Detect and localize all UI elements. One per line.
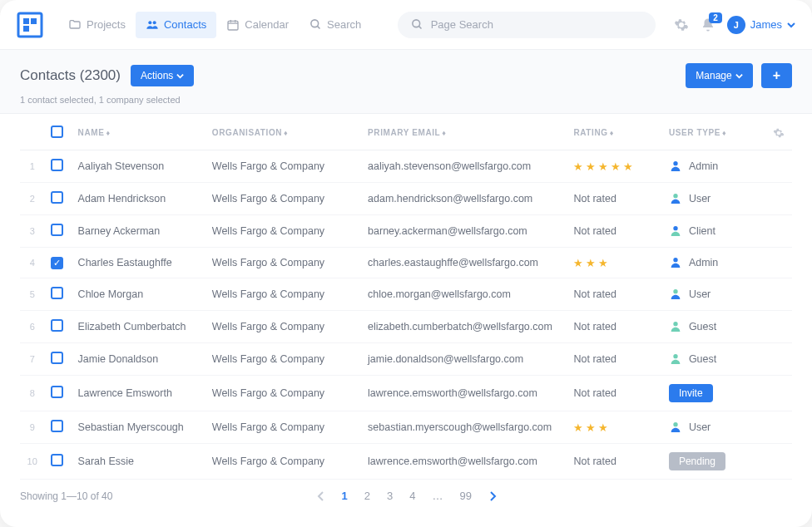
- cell-name: Elizabeth Cumberbatch: [72, 311, 205, 343]
- row-checkbox[interactable]: [51, 386, 63, 398]
- page-ellipsis: …: [432, 490, 443, 502]
- search-placeholder: Page Search: [431, 18, 493, 31]
- page-4[interactable]: 4: [409, 490, 415, 502]
- person-icon: [669, 352, 682, 366]
- row-checkbox[interactable]: [51, 159, 63, 171]
- cell-name: Adam Hendrickson: [72, 183, 205, 215]
- sort-icon: ♦: [442, 129, 446, 137]
- pagination: 1234…99: [317, 490, 497, 502]
- table-row[interactable]: 3Barney AckermanWells Fargo & Companybar…: [20, 215, 792, 248]
- svg-point-10: [310, 20, 318, 27]
- cell-email: lawrence.emsworth@wellsfargo.com: [361, 376, 567, 411]
- notification-badge: 2: [709, 12, 722, 23]
- manage-button[interactable]: Manage: [686, 63, 752, 88]
- cell-name: Sebastian Myerscough: [72, 411, 205, 444]
- app-logo: [17, 12, 43, 38]
- svg-rect-1: [23, 18, 29, 24]
- table-row[interactable]: 10Sarah EssieWells Fargo & Companylawren…: [20, 444, 792, 480]
- row-number: 4: [20, 248, 44, 278]
- table-row[interactable]: 8Lawrence EmsworthWells Fargo & Companyl…: [20, 376, 792, 411]
- table-row[interactable]: 7Jamie DonaldsonWells Fargo & Companyjam…: [20, 343, 792, 376]
- svg-point-18: [673, 289, 677, 293]
- usertype-cell: Guest: [669, 352, 760, 366]
- nav-search[interactable]: Search: [299, 12, 371, 38]
- table-row[interactable]: 5Chloe MorganWells Fargo & Companychloe.…: [20, 278, 792, 311]
- sort-icon: ♦: [610, 129, 614, 137]
- rating-not-rated: Not rated: [573, 225, 616, 237]
- settings-button[interactable]: [674, 17, 689, 32]
- rating-not-rated: Not rated: [573, 387, 616, 399]
- row-number: 1: [20, 150, 44, 183]
- column-header-email[interactable]: PRIMARY EMAIL♦: [361, 114, 567, 150]
- select-all-checkbox[interactable]: [51, 126, 63, 138]
- cell-organisation: Wells Fargo & Company: [205, 411, 361, 444]
- svg-point-14: [673, 161, 677, 165]
- table-row[interactable]: 4Charles EastaughffeWells Fargo & Compan…: [20, 248, 792, 278]
- person-icon: [669, 192, 682, 205]
- add-button[interactable]: +: [761, 63, 792, 88]
- page-search-input[interactable]: Page Search: [398, 12, 656, 38]
- nav-contacts[interactable]: Contacts: [136, 12, 216, 38]
- user-menu[interactable]: J James: [727, 16, 795, 34]
- rating-not-rated: Not rated: [573, 353, 616, 365]
- avatar: J: [727, 16, 745, 34]
- table-row[interactable]: 2Adam HendricksonWells Fargo & Companyad…: [20, 183, 792, 215]
- nav-calendar[interactable]: Calendar: [216, 12, 299, 38]
- column-header-organisation[interactable]: ORGANISATION♦: [205, 114, 361, 150]
- svg-point-17: [673, 258, 677, 262]
- row-number: 3: [20, 215, 44, 248]
- row-checkbox[interactable]: [51, 454, 63, 466]
- column-header-usertype[interactable]: USER TYPE♦: [662, 114, 766, 150]
- page-99[interactable]: 99: [459, 490, 471, 502]
- page-3[interactable]: 3: [387, 490, 393, 502]
- page-next[interactable]: [488, 491, 497, 501]
- actions-button[interactable]: Actions: [131, 65, 194, 86]
- person-icon: [669, 288, 682, 301]
- page-2[interactable]: 2: [364, 490, 370, 502]
- row-checkbox[interactable]: [51, 257, 63, 269]
- cell-organisation: Wells Fargo & Company: [205, 183, 361, 215]
- chevron-down-icon: [735, 72, 743, 80]
- svg-point-4: [148, 21, 151, 24]
- nav-projects[interactable]: Projects: [58, 12, 136, 38]
- table-row[interactable]: 6Elizabeth CumberbatchWells Fargo & Comp…: [20, 311, 792, 343]
- cell-name: Sarah Essie: [72, 444, 205, 480]
- page-prev[interactable]: [317, 491, 325, 501]
- usertype-cell: User: [669, 421, 760, 434]
- rating-not-rated: Not rated: [573, 288, 616, 300]
- svg-point-5: [153, 21, 156, 24]
- rating-not-rated: Not rated: [573, 193, 616, 204]
- table-row[interactable]: 9Sebastian MyerscoughWells Fargo & Compa…: [20, 411, 792, 444]
- table-row[interactable]: 1Aaliyah StevensonWells Fargo & Companya…: [20, 150, 792, 183]
- calendar-icon: [226, 18, 240, 32]
- sort-icon: ♦: [284, 129, 288, 137]
- svg-point-19: [673, 322, 677, 326]
- row-checkbox[interactable]: [51, 352, 63, 364]
- page-1[interactable]: 1: [342, 490, 348, 502]
- svg-rect-2: [31, 18, 37, 24]
- column-header-rating[interactable]: RATING♦: [567, 114, 661, 150]
- column-header-name[interactable]: NAME♦: [72, 114, 205, 150]
- svg-line-13: [419, 26, 422, 28]
- row-checkbox[interactable]: [51, 287, 63, 299]
- row-number: 2: [20, 183, 44, 215]
- row-checkbox[interactable]: [51, 319, 63, 332]
- cell-email: aaliyah.stevenson@wellsfargo.com: [361, 150, 567, 183]
- person-icon: [669, 224, 682, 238]
- cell-organisation: Wells Fargo & Company: [205, 248, 361, 278]
- cell-email: barney.ackerman@wellsfargo.com: [361, 215, 567, 248]
- table-settings-button[interactable]: [773, 127, 785, 139]
- invite-button[interactable]: Invite: [669, 384, 713, 402]
- row-number: 7: [20, 343, 44, 376]
- row-checkbox[interactable]: [51, 191, 63, 204]
- row-checkbox[interactable]: [51, 420, 63, 432]
- row-number: 10: [20, 444, 44, 480]
- row-number: 8: [20, 376, 44, 411]
- rating-stars: ★★★: [573, 421, 611, 434]
- cell-email: adam.hendrickson@wellsfargo.com: [361, 183, 567, 215]
- row-checkbox[interactable]: [51, 224, 63, 236]
- cell-organisation: Wells Fargo & Company: [205, 215, 361, 248]
- chevron-down-icon: [176, 72, 184, 80]
- notifications-button[interactable]: 2: [701, 17, 715, 32]
- svg-rect-3: [23, 26, 29, 32]
